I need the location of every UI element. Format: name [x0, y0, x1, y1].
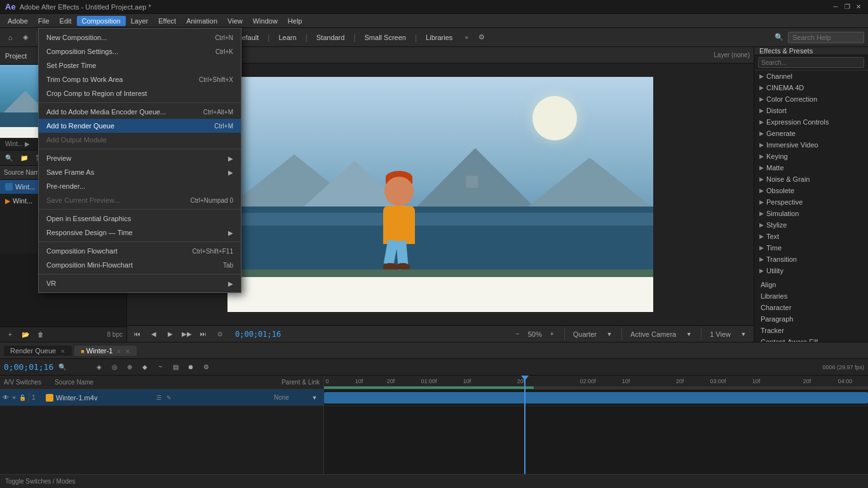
- menu-new-composition[interactable]: New Composition... Ctrl+N: [39, 30, 241, 44]
- layer-visibility-0[interactable]: 👁: [3, 394, 9, 401]
- effects-cat-expression[interactable]: ▶ Expression Controls: [754, 116, 868, 128]
- layer-row-0[interactable]: 👁 ☀ 🔓 1 Winter-1.m4v ☰ ✎ None ▼: [0, 390, 323, 406]
- playhead[interactable]: [524, 376, 526, 474]
- tl-parent-icon[interactable]: ⊕: [123, 361, 136, 374]
- workspace-libraries[interactable]: Libraries: [421, 32, 458, 43]
- layer-pen-0[interactable]: ✎: [166, 395, 172, 401]
- comp-timeline-close[interactable]: ✕: [125, 348, 130, 355]
- workspace-settings-icon[interactable]: ⚙: [475, 31, 488, 44]
- menu-composition[interactable]: Composition: [77, 16, 126, 26]
- effects-cat-matte[interactable]: ▶ Matte: [754, 162, 868, 173]
- tl-settings-icon[interactable]: ⚙: [200, 361, 212, 374]
- effects-cat-cinema4d[interactable]: ▶ CINEMA 4D: [754, 82, 868, 93]
- menu-set-poster-time[interactable]: Set Poster Time: [39, 58, 241, 72]
- pb-folder-icon[interactable]: 📂: [19, 328, 32, 341]
- effects-cat-generate[interactable]: ▶ Generate: [754, 128, 868, 139]
- tl-render-icon[interactable]: ⏺: [184, 361, 197, 374]
- tl-search-icon[interactable]: 🔍: [56, 361, 69, 374]
- effects-cat-keying[interactable]: ▶ Keying: [754, 151, 868, 162]
- render-queue-tab[interactable]: Render Queue ✕: [4, 346, 72, 356]
- character-panel-btn[interactable]: Character: [754, 302, 868, 313]
- menu-effect[interactable]: Effect: [153, 16, 181, 26]
- comp-timeline-tab[interactable]: ■ Winter-1 ≡ ✕: [74, 346, 136, 356]
- effects-cat-stylize[interactable]: ▶ Stylize: [754, 219, 868, 231]
- render-queue-close[interactable]: ✕: [60, 348, 65, 355]
- tracker-panel-btn[interactable]: Tracker: [754, 325, 868, 336]
- project-search-icon[interactable]: 🔍: [3, 152, 15, 165]
- search-icon[interactable]: 🔍: [773, 31, 785, 44]
- align-panel-btn[interactable]: Align: [754, 279, 868, 290]
- effects-search-input[interactable]: [758, 57, 864, 68]
- menu-window[interactable]: Window: [248, 16, 283, 26]
- home-icon[interactable]: ⌂: [4, 31, 17, 44]
- workspace-standard[interactable]: Standard: [311, 32, 350, 43]
- cc-ram-preview[interactable]: ⊙: [214, 328, 226, 341]
- tl-mode-icon[interactable]: ▤: [169, 361, 182, 374]
- tl-keyframe-icon[interactable]: ◆: [139, 361, 151, 374]
- comp-timeline-settings[interactable]: ≡: [117, 348, 120, 355]
- effects-cat-perspective[interactable]: ▶ Perspective: [754, 196, 868, 208]
- menu-add-render-queue[interactable]: Add to Render Queue Ctrl+M: [39, 119, 241, 133]
- menu-file[interactable]: File: [33, 16, 55, 26]
- menu-layer[interactable]: Layer: [126, 16, 154, 26]
- cc-transport-next[interactable]: ▶▶: [180, 328, 193, 341]
- track-bar-0[interactable]: [324, 392, 868, 403]
- menu-flowchart[interactable]: Composition Flowchart Ctrl+Shift+F11: [39, 244, 241, 258]
- effects-cat-immersive[interactable]: ▶ Immersive Video: [754, 139, 868, 151]
- menu-trim-comp[interactable]: Trim Comp to Work Area Ctrl+Shift+X: [39, 72, 241, 86]
- cc-resolution-arrow[interactable]: ▼: [603, 328, 616, 341]
- effects-cat-obsolete[interactable]: ▶ Obsolete: [754, 185, 868, 196]
- menu-vr[interactable]: VR ▶: [39, 276, 241, 290]
- menu-adobe[interactable]: Adobe: [3, 16, 33, 26]
- menu-help[interactable]: Help: [283, 16, 308, 26]
- effects-cat-distort[interactable]: ▶ Distort: [754, 105, 868, 116]
- cc-transport-back[interactable]: ⏮: [131, 328, 144, 341]
- close-button[interactable]: ✕: [854, 3, 863, 11]
- menu-open-essential[interactable]: Open in Essential Graphics: [39, 212, 241, 226]
- tl-comp-icon[interactable]: ◈: [93, 361, 105, 374]
- menu-add-output-module[interactable]: Add Output Module: [39, 133, 241, 147]
- menu-responsive-design[interactable]: Responsive Design — Time ▶: [39, 226, 241, 240]
- workspace-small-screen[interactable]: Small Screen: [360, 32, 411, 43]
- cc-transport-play[interactable]: ▶: [164, 328, 177, 341]
- effects-cat-noise[interactable]: ▶ Noise & Grain: [754, 173, 868, 185]
- cc-transport-end[interactable]: ⏭: [197, 328, 210, 341]
- effects-cat-time[interactable]: ▶ Time: [754, 242, 868, 254]
- menu-add-encoder[interactable]: Add to Adobe Media Encoder Queue... Ctrl…: [39, 105, 241, 119]
- cc-zoom-out[interactable]: −: [512, 328, 524, 341]
- effects-cat-simulation[interactable]: ▶ Simulation: [754, 208, 868, 219]
- menu-pre-render[interactable]: Pre-render...: [39, 179, 241, 193]
- cc-camera-arrow[interactable]: ▼: [682, 328, 695, 341]
- menu-view[interactable]: View: [222, 16, 248, 26]
- title-bar-controls[interactable]: ─ ❐ ✕: [831, 3, 863, 11]
- menu-mini-flowchart[interactable]: Composition Mini-Flowchart Tab: [39, 258, 241, 272]
- tl-graph-icon[interactable]: ~: [154, 361, 166, 374]
- project-folder-icon[interactable]: 📁: [18, 152, 31, 165]
- effects-cat-utility[interactable]: ▶ Utility: [754, 265, 868, 276]
- cc-zoom-in[interactable]: +: [546, 328, 559, 341]
- workspace-extend-icon[interactable]: »: [460, 31, 473, 44]
- pb-trash-icon[interactable]: 🗑: [34, 328, 47, 341]
- effects-cat-color[interactable]: ▶ Color Correction: [754, 93, 868, 105]
- layer-mode-arrow-0[interactable]: ▼: [308, 391, 321, 404]
- cc-view-arrow[interactable]: ▼: [737, 328, 750, 341]
- pb-new-icon[interactable]: +: [4, 328, 17, 341]
- cc-transport-prev[interactable]: ◀: [147, 328, 160, 341]
- libraries-panel-btn[interactable]: Libraries: [754, 290, 868, 302]
- menu-save-frame[interactable]: Save Frame As ▶: [39, 165, 241, 179]
- effects-cat-text[interactable]: ▶ Text: [754, 231, 868, 242]
- menu-edit[interactable]: Edit: [55, 16, 77, 26]
- menu-save-preview[interactable]: Save Current Preview... Ctrl+Numpad 0: [39, 193, 241, 207]
- pin-icon[interactable]: ◈: [19, 31, 32, 44]
- restore-button[interactable]: ❐: [843, 3, 851, 11]
- menu-comp-settings[interactable]: Composition Settings... Ctrl+K: [39, 44, 241, 58]
- layer-solo-0[interactable]: ☀: [11, 395, 17, 401]
- search-input[interactable]: [788, 32, 864, 43]
- paragraph-panel-btn[interactable]: Paragraph: [754, 313, 868, 325]
- effects-cat-transition[interactable]: ▶ Transition: [754, 254, 868, 265]
- tl-solo-icon[interactable]: ◎: [108, 361, 121, 374]
- content-aware-fill-btn[interactable]: Content-Aware Fill: [754, 336, 868, 342]
- menu-animation[interactable]: Animation: [181, 16, 222, 26]
- effects-cat-channel[interactable]: ▶ Channel: [754, 71, 868, 82]
- workspace-learn[interactable]: Learn: [273, 32, 301, 43]
